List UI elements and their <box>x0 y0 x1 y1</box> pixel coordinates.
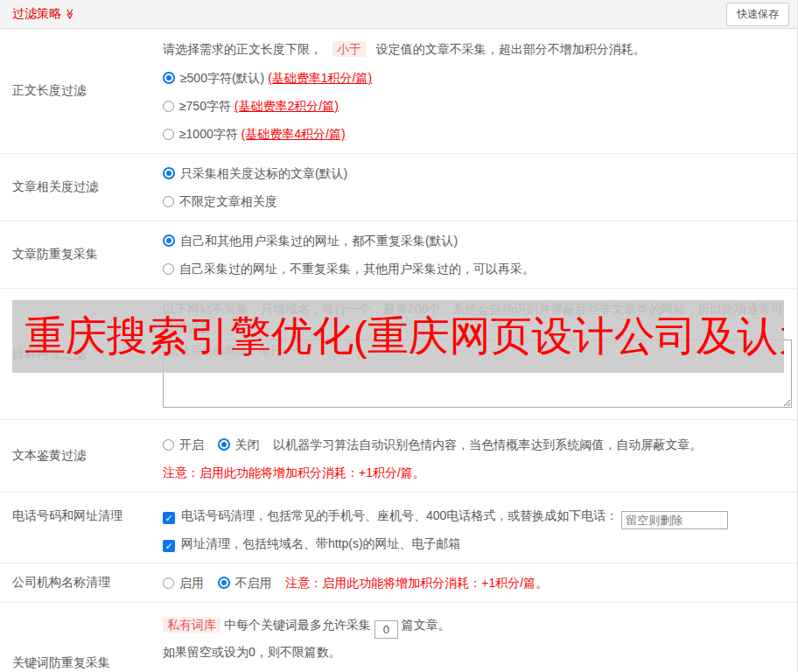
porn-filter-note: 注意：启用此功能将增加积分消耗：+1积分/篇。 <box>163 458 790 486</box>
watermark-overlay: 重庆搜索引擎优化(重庆网页设计公司及认为S <box>12 300 784 373</box>
check-icon[interactable]: ✓ <box>163 540 175 552</box>
radio-icon[interactable] <box>163 234 175 247</box>
relevance-option-2[interactable]: 不限定文章相关度 <box>163 187 790 215</box>
length-filter-intro: 请选择需求的正文长度下限， 小于 设定值的文章不采集，超出部分不增加积分消耗。 <box>163 39 790 59</box>
section-label: 电话号码和网址清理 <box>0 508 163 524</box>
porn-option-off[interactable]: 关闭 <box>218 438 263 452</box>
section-porn-filter: 文本鉴黄过滤 开启 关闭 以机器学习算法自动识别色情内容，当色情概率达到系统阈值… <box>0 420 797 493</box>
porn-option-on[interactable]: 开启 <box>163 438 207 452</box>
check-icon[interactable]: ✓ <box>163 512 175 524</box>
radio-icon[interactable] <box>163 263 174 275</box>
company-clean-options: 启用 不启用 注意：启用此功能将增加积分消耗：+1积分/篇。 <box>163 569 548 597</box>
length-option-750[interactable]: ≥750字符 (基础费率2积分/篇) <box>163 92 790 120</box>
radio-icon[interactable] <box>218 438 230 451</box>
section-label: 公司机构名称清理 <box>0 564 163 602</box>
fee-note: (基础费率1积分/篇) <box>268 71 372 85</box>
quick-save-button[interactable]: 快速保存 <box>726 3 789 26</box>
radio-icon[interactable] <box>163 196 174 207</box>
keyword-note-cost: 如果设为1-4篇，则增加积分消耗：+2积分/篇。 <box>163 665 790 672</box>
keyword-limit-line: 私有词库 中每个关键词最多允许采集 篇文章。 <box>163 612 790 639</box>
radio-icon[interactable] <box>163 72 175 84</box>
section-keyword-dedup: 关键词防重复采集 私有词库 中每个关键词最多允许采集 篇文章。 如果留空或设为0… <box>0 603 797 672</box>
radio-icon[interactable] <box>163 439 174 451</box>
dedup-option-1[interactable]: 自己和其他用户采集过的网址，都不重复采集(默认) <box>163 227 790 255</box>
radio-icon[interactable] <box>218 577 230 589</box>
url-clean-line: ✓ 网址清理，包括纯域名、带http(s)的网址、电子邮箱 <box>163 529 790 557</box>
header-bar: 过滤策略 ≫ 快速保存 <box>0 0 797 29</box>
radio-icon[interactable] <box>163 167 175 179</box>
radio-icon[interactable] <box>163 129 174 140</box>
radio-icon[interactable] <box>163 578 174 589</box>
keyword-note-empty: 如果留空或设为0，则不限篇数。 <box>163 639 790 665</box>
page-title[interactable]: 过滤策略 ≫ <box>12 6 76 22</box>
porn-filter-options: 开启 关闭 以机器学习算法自动识别色情内容，当色情概率达到系统阈值，自动屏蔽文章… <box>163 430 790 458</box>
section-phone-clean: ✓ 电话号码清理，包括常见的手机号、座机号、400电话格式，或替换成如下电话： … <box>0 493 797 564</box>
section-label: 正文长度过滤 <box>0 29 163 153</box>
lt-highlight: 小于 <box>332 41 366 57</box>
fee-note: (基础费率2积分/篇) <box>234 99 339 113</box>
phone-clean-line: ✓ 电话号码清理，包括常见的手机号、座机号、400电话格式，或替换成如下电话： <box>163 501 790 529</box>
double-chevron-down-icon: ≫ <box>65 9 75 20</box>
relevance-option-1[interactable]: 只采集相关度达标的文章(默认) <box>163 159 790 187</box>
length-option-500[interactable]: ≥500字符(默认) (基础费率1积分/篇) <box>163 64 790 92</box>
replace-phone-input[interactable] <box>621 511 728 529</box>
section-length-filter: 正文长度过滤 请选择需求的正文长度下限， 小于 设定值的文章不采集，超出部分不增… <box>0 29 797 154</box>
company-option-on[interactable]: 启用 <box>163 576 207 590</box>
company-clean-note: 注意：启用此功能将增加积分消耗：+1积分/篇。 <box>285 576 548 590</box>
section-dedup-filter: 文章防重复采集 自己和其他用户采集过的网址，都不重复采集(默认) 自己采集过的网… <box>0 221 797 289</box>
dedup-option-2[interactable]: 自己采集过的网址，不重复采集，其他用户采集过的，可以再采。 <box>163 255 790 283</box>
section-company-clean: 公司机构名称清理 启用 不启用 注意：启用此功能将增加积分消耗：+1积分/篇。 <box>0 564 797 603</box>
private-lexicon-highlight: 私有词库 <box>163 617 220 633</box>
section-label: 文章相关度过滤 <box>0 154 163 220</box>
page-title-text: 过滤策略 <box>12 6 61 22</box>
watermark-text: 重庆搜索引擎优化(重庆网页设计公司及认为S <box>12 309 784 364</box>
section-relevance-filter: 文章相关度过滤 只采集相关度达标的文章(默认) 不限定文章相关度 <box>0 154 797 221</box>
porn-filter-desc: 以机器学习算法自动识别色情内容，当色情概率达到系统阈值，自动屏蔽文章。 <box>273 438 702 452</box>
filter-strategy-page: 过滤策略 ≫ 快速保存 正文长度过滤 请选择需求的正文长度下限， 小于 设定值的… <box>0 0 798 672</box>
section-label: 文章防重复采集 <box>0 221 163 288</box>
radio-icon[interactable] <box>163 101 174 112</box>
keyword-limit-input[interactable] <box>374 620 398 639</box>
length-option-1000[interactable]: ≥1000字符 (基础费率4积分/篇) <box>163 120 790 148</box>
company-option-off[interactable]: 不启用 <box>218 576 276 590</box>
section-label: 文本鉴黄过滤 <box>0 420 163 492</box>
section-label: 关键词防重复采集 <box>0 603 163 672</box>
fee-note: (基础费率4积分/篇) <box>242 127 346 141</box>
